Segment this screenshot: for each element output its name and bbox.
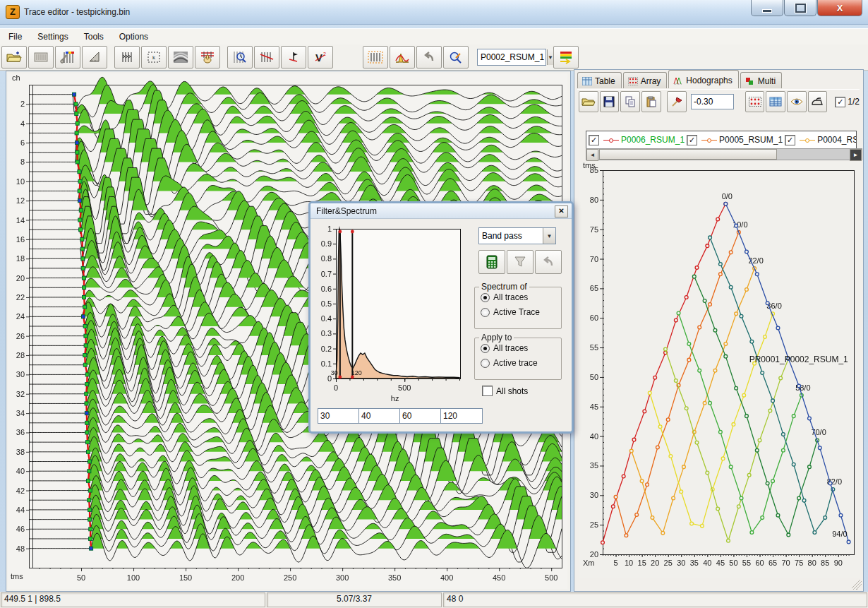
menu-options[interactable]: Options: [112, 30, 155, 43]
spectrum-active-trace-radio[interactable]: Active Trace: [481, 307, 561, 317]
dialog-title: Filter&Spectrum: [316, 206, 377, 216]
shot-selector-value: P0002_RSUM_1: [478, 52, 547, 62]
legend-scrollbar[interactable]: ◄ ►: [586, 148, 862, 160]
tab-array[interactable]: Array: [623, 72, 668, 88]
filter-type-selector[interactable]: Band pass ▼: [478, 227, 556, 244]
density-icon: [173, 51, 188, 64]
right-tabs: Table Array Hodographs Multi: [577, 71, 783, 88]
status-coordinates: 449.5 1 | 898.5: [1, 592, 265, 607]
legend-checkbox[interactable]: ✓: [589, 135, 599, 145]
calculator-icon: [486, 255, 498, 269]
pick-line-button[interactable]: [254, 46, 279, 68]
maximize-button[interactable]: [784, 0, 816, 16]
array-view-button[interactable]: [745, 91, 765, 112]
all-shots-checkbox[interactable]: [482, 386, 493, 396]
svg-text:k: k: [152, 54, 156, 61]
traces-view-button[interactable]: [114, 46, 140, 68]
apply-all-traces-radio[interactable]: All traces: [481, 343, 561, 353]
freq-low-cut-input[interactable]: 30: [318, 408, 360, 424]
save-hodograph-button[interactable]: [600, 91, 620, 112]
threshold-input[interactable]: -0.30: [691, 94, 734, 109]
smooth-button[interactable]: [808, 91, 828, 112]
hand-pick-icon: [200, 50, 215, 64]
next-shot-button[interactable]: [553, 46, 579, 68]
scroll-right-icon[interactable]: ►: [850, 149, 862, 161]
legend-marker: [603, 138, 619, 143]
manual-pick-button[interactable]: [195, 46, 220, 68]
scroll-left-icon[interactable]: ◄: [586, 149, 598, 161]
highlight-traces-button[interactable]: [363, 46, 388, 68]
eye-icon: [790, 97, 803, 106]
trace-display-button[interactable]: [28, 46, 54, 68]
tab-table[interactable]: Table: [577, 72, 622, 88]
zoom-traces-button[interactable]: [227, 46, 253, 68]
dropdown-arrow-icon[interactable]: ▼: [543, 228, 555, 244]
apply-active-trace-radio[interactable]: Active trace: [481, 358, 561, 368]
display-settings-button[interactable]: [55, 46, 80, 68]
undo-button[interactable]: [416, 46, 442, 68]
undo-icon: [423, 52, 435, 63]
folder-plus-icon: [6, 51, 22, 64]
dialog-title-bar[interactable]: Filter&Spectrum: [311, 203, 572, 219]
legend-item[interactable]: ✓ P0006_RSUM_1: [586, 135, 685, 145]
scrollbar-thumb[interactable]: [599, 149, 777, 160]
dashed-box-icon: k: [147, 51, 161, 64]
freq-low-pass-input[interactable]: 40: [358, 408, 401, 424]
paste-button[interactable]: [641, 91, 661, 112]
spectrum-canvas[interactable]: [313, 222, 467, 404]
wiggle-traces-icon: [120, 51, 134, 64]
freq-high-cut-input[interactable]: 120: [440, 408, 483, 424]
table-view-button[interactable]: [766, 91, 785, 112]
legend-marker: [800, 138, 815, 143]
density-view-button[interactable]: [168, 46, 193, 68]
velocity-icon: V2: [313, 51, 327, 64]
select-region-button[interactable]: k: [141, 46, 167, 68]
minimize-button[interactable]: [751, 0, 783, 16]
legend-item[interactable]: ✓ P0005_RSUM_1: [685, 135, 783, 145]
menu-settings[interactable]: Settings: [30, 30, 75, 43]
spectrum-all-traces-radio[interactable]: All traces: [481, 292, 561, 302]
shot-selector[interactable]: P0002_RSUM_1 ▼: [477, 49, 546, 66]
copy-button[interactable]: [620, 91, 640, 112]
equalizer-icon: [34, 52, 48, 63]
hodograph-canvas[interactable]: [579, 162, 860, 578]
half-toggle[interactable]: ✓ 1/2: [833, 97, 860, 107]
tab-multi[interactable]: Multi: [740, 72, 782, 88]
apply-filter-button[interactable]: [507, 250, 534, 274]
app-icon: Z: [6, 5, 20, 19]
legend-checkbox[interactable]: ✓: [785, 135, 795, 145]
table-tab-icon: [582, 77, 592, 85]
tab-label: Array: [641, 76, 661, 86]
app-window: { "window": {"title": "Trace editor - te…: [0, 0, 868, 608]
tab-hodographs[interactable]: Hodographs: [668, 70, 738, 88]
reciprocity-check-button[interactable]: [667, 91, 687, 112]
zoom-edit-button[interactable]: [443, 46, 469, 68]
half-checkbox[interactable]: ✓: [835, 97, 845, 107]
legend-checkbox[interactable]: ✓: [687, 135, 697, 145]
compute-spectrum-button[interactable]: [478, 250, 505, 274]
radio-icon: [481, 293, 490, 302]
menu-file[interactable]: File: [1, 30, 29, 43]
window-title: Trace editor - testpicking.bin: [24, 7, 130, 17]
dialog-close-button[interactable]: ✕: [555, 205, 568, 217]
pick-flag-button[interactable]: [281, 46, 306, 68]
visibility-button[interactable]: [787, 91, 807, 112]
open-file-button[interactable]: [1, 46, 27, 68]
spectrum-button[interactable]: [390, 46, 415, 68]
resize-grip[interactable]: [852, 580, 862, 590]
undo-filter-button[interactable]: [535, 250, 562, 274]
hodograph-legend: ✓ P0006_RSUM_1 ✓ P0005_RSUM_1 ✓ P0004_RS…: [586, 131, 857, 149]
title-bar: Z Trace editor - testpicking.bin: [0, 0, 868, 25]
maximize-icon: [795, 4, 806, 13]
tab-label: Multi: [758, 76, 776, 86]
open-hodograph-button[interactable]: [579, 91, 598, 112]
traces-dashed-icon: [368, 51, 383, 64]
legend-item[interactable]: ✓ P0004_RSUM_1: [783, 135, 857, 145]
velocity-button[interactable]: V2: [308, 46, 333, 68]
all-shots-toggle[interactable]: All shots: [480, 386, 528, 396]
freq-high-pass-input[interactable]: 60: [399, 408, 442, 424]
close-button[interactable]: X: [817, 0, 862, 16]
menu-tools[interactable]: Tools: [77, 30, 111, 43]
array-grid-icon: [749, 97, 761, 107]
measure-button[interactable]: [82, 46, 107, 68]
